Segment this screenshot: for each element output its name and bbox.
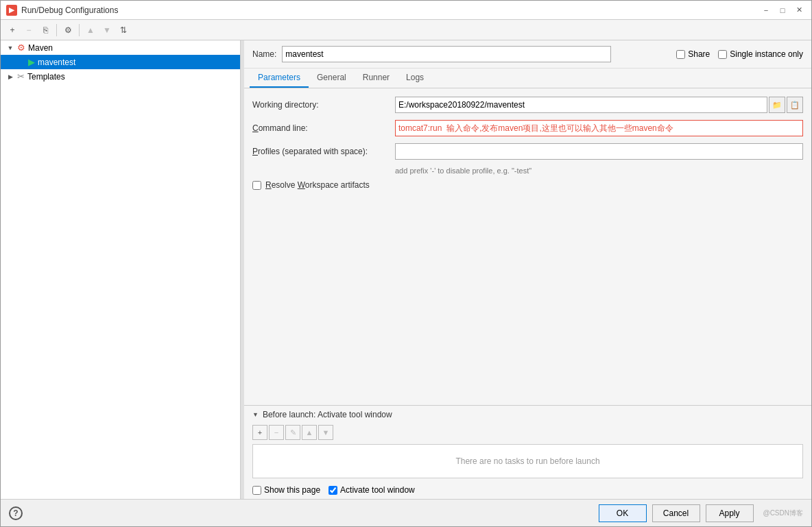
settings-button[interactable]: ⚙: [60, 23, 75, 38]
toolbar-sep-2: [79, 24, 80, 36]
show-page-checkbox[interactable]: [252, 486, 261, 495]
tab-logs[interactable]: Logs: [398, 69, 432, 88]
bl-add-button[interactable]: +: [252, 425, 267, 440]
command-line-label: Command line:: [252, 123, 390, 133]
run-debug-configurations-dialog: ▶ Run/Debug Configurations − □ ✕ + − ⎘ ⚙…: [0, 0, 812, 527]
command-line-input[interactable]: [395, 120, 803, 136]
maven-arrow: ▼: [6, 44, 14, 52]
name-input[interactable]: [282, 46, 611, 62]
close-button[interactable]: ✕: [792, 3, 806, 17]
before-launch-label-activate: Activate tool window: [318, 410, 392, 419]
before-launch-label-before: Before launch:: [263, 410, 318, 419]
profiles-hint: add prefix '-' to disable profile, e.g. …: [395, 167, 803, 175]
config-form: Name: Share Single instance only Paramet…: [244, 40, 811, 499]
templates-tree-node[interactable]: ▶ ✂ Templates: [1, 69, 240, 84]
maven-icon: ⚙: [17, 42, 25, 53]
working-directory-folder-button[interactable]: 📁: [769, 97, 785, 113]
resolve-workspace-checkbox[interactable]: [252, 181, 261, 190]
config-toolbar: + − ⎘ ⚙ ▲ ▼ ⇅: [1, 20, 811, 40]
remove-config-button[interactable]: −: [21, 23, 36, 38]
working-directory-input-group: 📁 📋: [395, 97, 803, 113]
minimize-button[interactable]: −: [759, 3, 773, 17]
name-options: Share Single instance only: [676, 49, 803, 59]
maventest-tree-node[interactable]: ▶ maventest: [1, 55, 240, 69]
watermark: @CSDN博客: [763, 508, 804, 518]
before-launch-title: Before launch: Activate tool window: [263, 410, 392, 419]
profiles-label: Profiles (separated with space):: [252, 147, 390, 156]
activate-tool-label: Activate tool window: [340, 485, 415, 495]
share-checkbox[interactable]: [676, 50, 685, 59]
templates-arrow: ▶: [6, 73, 14, 81]
maven-label: Maven: [28, 43, 53, 53]
maventest-run-icon: ▶: [28, 57, 35, 67]
name-row: Name: Share Single instance only: [244, 40, 811, 69]
single-instance-checkbox[interactable]: [718, 50, 727, 59]
single-instance-label: Single instance only: [730, 49, 803, 59]
command-line-row: Command line:: [252, 120, 803, 136]
share-label: Share: [688, 49, 710, 59]
working-directory-row: Working directory: 📁 📋: [252, 97, 803, 113]
before-launch-list: There are no tasks to run before launch: [252, 444, 803, 478]
activate-tool-option[interactable]: Activate tool window: [329, 485, 415, 495]
templates-icon: ✂: [17, 71, 25, 82]
bl-remove-button[interactable]: −: [269, 425, 284, 440]
profiles-input[interactable]: [395, 143, 803, 160]
no-tasks-message: There are no tasks to run before launch: [455, 456, 599, 466]
help-area: ?: [9, 506, 23, 520]
maventest-arrow: [17, 58, 25, 66]
name-field-label: Name:: [252, 49, 276, 59]
copy-config-button[interactable]: ⎘: [38, 23, 53, 38]
share-option[interactable]: Share: [676, 49, 710, 59]
show-page-label: Show this page: [264, 485, 320, 495]
single-instance-option[interactable]: Single instance only: [718, 49, 803, 59]
maventest-label: maventest: [38, 58, 75, 67]
dialog-title: Run/Debug Configurations: [21, 5, 755, 15]
before-launch-header[interactable]: ▼ Before launch: Activate tool window: [244, 406, 811, 424]
templates-label: Templates: [27, 72, 65, 82]
dialog-icon: ▶: [6, 5, 17, 16]
tab-parameters[interactable]: Parameters: [250, 69, 309, 88]
bl-move-up-button[interactable]: ▲: [302, 425, 317, 440]
working-directory-input[interactable]: [395, 97, 767, 113]
move-down-button[interactable]: ▼: [99, 23, 115, 38]
bottom-bar: ? OK Cancel Apply @CSDN博客: [1, 499, 811, 526]
before-launch-arrow: ▼: [252, 411, 259, 418]
working-directory-label: Working directory:: [252, 100, 390, 110]
show-page-option[interactable]: Show this page: [252, 485, 320, 495]
toolbar-sep-1: [56, 24, 57, 36]
resolve-workspace-row: Resolve Workspace artifacts: [252, 180, 803, 190]
bl-move-down-button[interactable]: ▼: [318, 425, 333, 440]
parameters-tab-content: Working directory: 📁 📋 Command line: Pro…: [244, 88, 811, 405]
move-up-button[interactable]: ▲: [83, 23, 98, 38]
add-config-button[interactable]: +: [5, 23, 20, 38]
tab-general[interactable]: General: [309, 69, 355, 88]
before-launch-section: ▼ Before launch: Activate tool window + …: [244, 405, 811, 499]
before-launch-footer: Show this page Activate tool window: [244, 481, 811, 499]
profiles-row: Profiles (separated with space):: [252, 143, 803, 160]
titlebar: ▶ Run/Debug Configurations − □ ✕: [1, 1, 811, 20]
config-tabs: Parameters General Runner Logs: [244, 69, 811, 88]
ok-button[interactable]: OK: [599, 504, 647, 522]
maven-tree-node[interactable]: ▼ ⚙ Maven: [1, 40, 240, 55]
working-directory-browse-button[interactable]: 📋: [787, 97, 803, 113]
maximize-button[interactable]: □: [776, 3, 789, 17]
sort-button[interactable]: ⇅: [116, 23, 131, 38]
window-controls: − □ ✕: [759, 3, 806, 17]
resolve-workspace-label: Resolve Workspace artifacts: [265, 180, 370, 190]
activate-tool-checkbox[interactable]: [329, 486, 337, 495]
main-content: ▼ ⚙ Maven ▶ maventest ▶ ✂ Templates: [1, 40, 811, 499]
apply-button[interactable]: Apply: [706, 504, 754, 522]
help-button[interactable]: ?: [9, 506, 23, 520]
tab-runner[interactable]: Runner: [355, 69, 398, 88]
cancel-button[interactable]: Cancel: [652, 504, 700, 522]
bl-edit-button[interactable]: ✎: [285, 425, 300, 440]
before-launch-toolbar: + − ✎ ▲ ▼: [244, 424, 811, 441]
configuration-tree: ▼ ⚙ Maven ▶ maventest ▶ ✂ Templates: [1, 40, 241, 499]
